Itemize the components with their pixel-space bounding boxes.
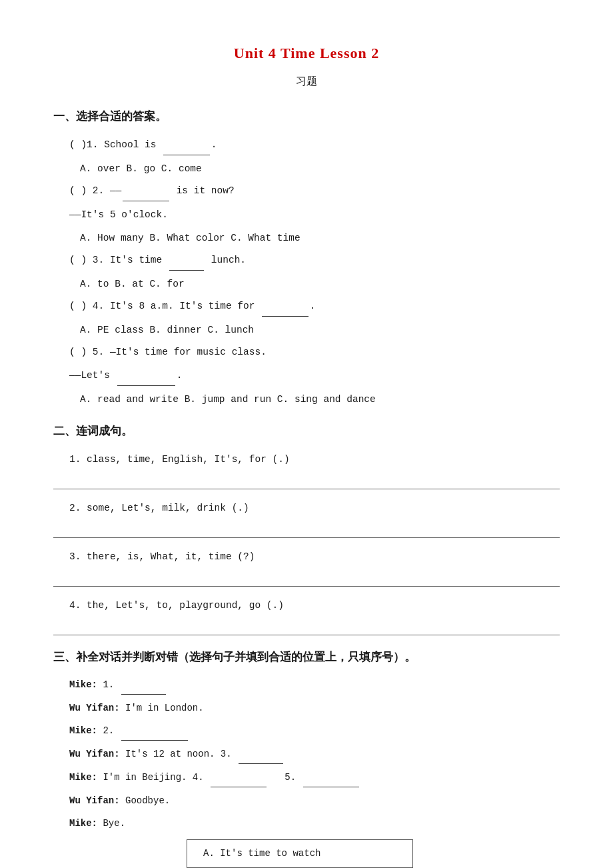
conv-line-6: Wu Yifan: Goodbye. [53,791,560,810]
q2-followup: ——It's 5 o'clock. [53,205,560,225]
q1-options: A. over B. go C. come [53,159,560,179]
answer-line-1 [53,473,560,489]
section-1-title: 一、选择合适的答案。 [53,107,560,127]
answer-line-2 [53,522,560,538]
q4-options: A. PE class B. dinner C. lunch [53,321,560,340]
conv-line-2: Wu Yifan: I'm in London. [53,699,560,717]
options-box: A. It's time to watch [187,839,413,868]
section-2: 二、连词成句。 1. class, time, English, It's, f… [53,421,560,635]
conv-line-7: Mike: Bye. [53,814,560,833]
q2-options: A. How many B. What color C. What time [53,229,560,248]
section-3: 三、补全对话并判断对错（选择句子并填到合适的位置上，只填序号）。 Mike: 1… [53,647,560,868]
conv-line-5: Mike: I'm in Beijing. 4. 5. [53,768,560,787]
question-2: ( ) 2. —— is it now? [53,181,560,201]
q5-followup: ——Let's . [53,366,560,386]
answer-line-3 [53,571,560,587]
sentence-2: 2. some, Let's, milk, drink (.) [53,499,560,538]
sentence-4: 4. the, Let's, to, playground, go (.) [53,596,560,635]
q3-options: A. to B. at C. for [53,275,560,294]
page-title: Unit 4 Time Lesson 2 [53,40,560,67]
question-5: ( ) 5. —It's time for music class. [53,343,560,362]
section-2-title: 二、连词成句。 [53,421,560,442]
q5-options: A. read and write B. jump and run C. sin… [53,390,560,409]
section-3-title: 三、补全对话并判断对错（选择句子并填到合适的位置上，只填序号）。 [53,647,560,668]
conv-line-4: Wu Yifan: It's 12 at noon. 3. [53,745,560,764]
question-3: ( ) 3. It's time lunch. [53,251,560,271]
conv-line-1: Mike: 1. [53,675,560,695]
answer-line-4 [53,619,560,635]
question-4: ( ) 4. It's 8 a.m. It's time for . [53,297,560,317]
conv-line-3: Mike: 2. [53,721,560,741]
question-1: ( )1. School is . [53,135,560,155]
sentence-1: 1. class, time, English, It's, for (.) [53,450,560,489]
section-1: 一、选择合适的答案。 ( )1. School is . A. over B. … [53,107,560,409]
sentence-3: 3. there, is, What, it, time (?) [53,547,560,587]
q1-prompt: ( )1. School is . [69,139,217,150]
subtitle: 习题 [53,72,560,91]
